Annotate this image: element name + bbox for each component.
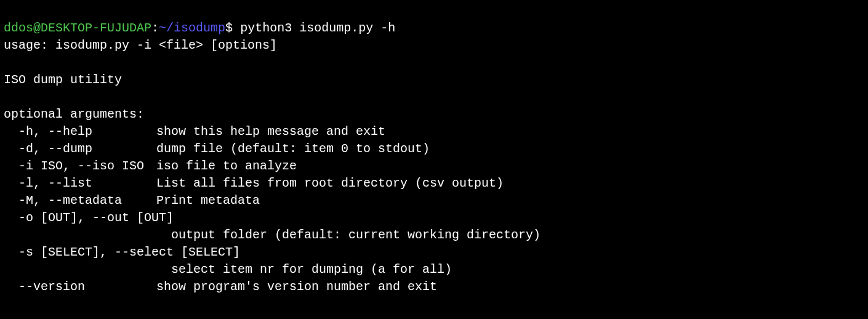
arg-description: iso file to analyze: [156, 159, 297, 173]
arg-description: List all files from root directory (csv …: [156, 176, 504, 190]
prompt-path: ~/isodump: [159, 21, 225, 35]
description-line: ISO dump utility: [4, 73, 122, 87]
arg-row: --versionshow program's version number a…: [4, 278, 864, 296]
arg-row: -s [SELECT], --select [SELECT]: [4, 244, 864, 261]
arg-description: show this help message and exit: [156, 124, 385, 139]
arg-row: -l, --listList all files from root direc…: [4, 175, 864, 192]
arg-description: dump file (default: item 0 to stdout): [156, 142, 430, 156]
arguments-list: -h, --helpshow this help message and exi…: [4, 123, 864, 296]
arg-description: show program's version number and exit: [156, 280, 437, 294]
arg-flag: -i ISO, --iso ISO: [4, 158, 156, 175]
prompt-host: DESKTOP-FUJUDAP: [41, 21, 151, 35]
arg-flag: -s [SELECT], --select [SELECT]: [4, 244, 240, 261]
arg-row: -h, --helpshow this help message and exi…: [4, 123, 864, 140]
arg-description: Print metadata: [156, 193, 260, 208]
prompt-colon: :: [151, 21, 159, 35]
prompt-line: ddos@DESKTOP-FUJUDAP:~/isodump$ python3 …: [4, 21, 395, 35]
arg-description: output folder (default: current working …: [4, 227, 864, 244]
terminal-output[interactable]: ddos@DESKTOP-FUJUDAP:~/isodump$ python3 …: [4, 2, 864, 313]
usage-line: usage: isodump.py -i <file> [options]: [4, 38, 277, 52]
arg-flag: -o [OUT], --out [OUT]: [4, 209, 174, 227]
arg-flag: -d, --dump: [4, 140, 156, 158]
arg-row: -d, --dumpdump file (default: item 0 to …: [4, 140, 864, 158]
arg-row: -M, --metadataPrint metadata: [4, 192, 864, 209]
arg-flag: -l, --list: [4, 175, 156, 192]
section-header: optional arguments:: [4, 107, 144, 121]
arg-row: -o [OUT], --out [OUT]: [4, 209, 864, 227]
arg-description: select item nr for dumping (a for all): [4, 261, 864, 278]
prompt-dollar: $: [225, 21, 233, 35]
arg-flag: -h, --help: [4, 123, 156, 140]
prompt-user: ddos: [4, 21, 33, 35]
command-text: python3 isodump.py -h: [240, 21, 395, 35]
arg-row: -i ISO, --iso ISOiso file to analyze: [4, 158, 864, 175]
arg-flag: --version: [4, 278, 156, 296]
arg-flag: -M, --metadata: [4, 192, 156, 209]
prompt-at: @: [33, 21, 41, 35]
